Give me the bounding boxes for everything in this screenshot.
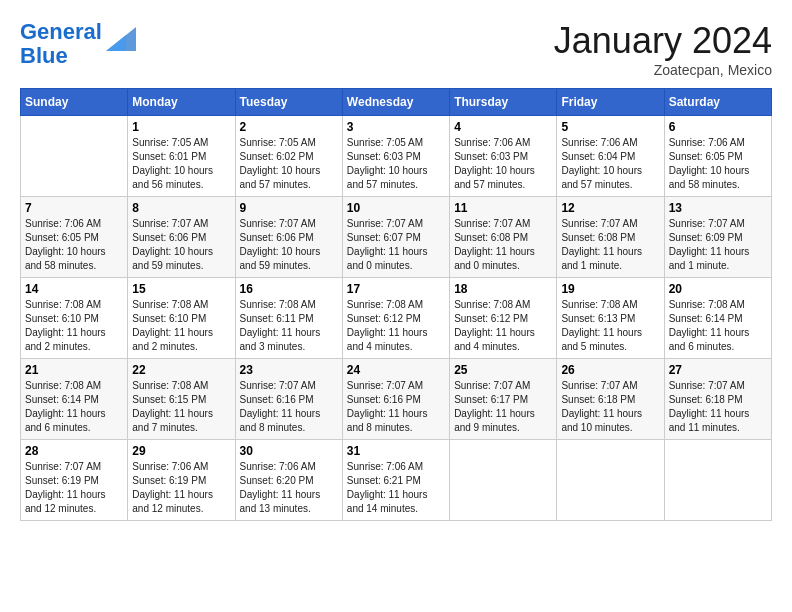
calendar-cell xyxy=(664,440,771,521)
calendar-week-1: 1 Sunrise: 7:05 AMSunset: 6:01 PMDayligh… xyxy=(21,116,772,197)
calendar-cell: 24 Sunrise: 7:07 AMSunset: 6:16 PMDaylig… xyxy=(342,359,449,440)
location-subtitle: Zoatecpan, Mexico xyxy=(554,62,772,78)
day-info: Sunrise: 7:08 AMSunset: 6:14 PMDaylight:… xyxy=(669,298,767,354)
day-number: 25 xyxy=(454,363,552,377)
day-number: 23 xyxy=(240,363,338,377)
calendar-cell xyxy=(557,440,664,521)
day-number: 27 xyxy=(669,363,767,377)
day-number: 12 xyxy=(561,201,659,215)
calendar-cell: 11 Sunrise: 7:07 AMSunset: 6:08 PMDaylig… xyxy=(450,197,557,278)
day-info: Sunrise: 7:07 AMSunset: 6:18 PMDaylight:… xyxy=(669,379,767,435)
day-number: 21 xyxy=(25,363,123,377)
day-info: Sunrise: 7:07 AMSunset: 6:09 PMDaylight:… xyxy=(669,217,767,273)
calendar-cell: 3 Sunrise: 7:05 AMSunset: 6:03 PMDayligh… xyxy=(342,116,449,197)
day-number: 29 xyxy=(132,444,230,458)
day-info: Sunrise: 7:08 AMSunset: 6:12 PMDaylight:… xyxy=(454,298,552,354)
day-info: Sunrise: 7:07 AMSunset: 6:19 PMDaylight:… xyxy=(25,460,123,516)
day-number: 9 xyxy=(240,201,338,215)
day-info: Sunrise: 7:05 AMSunset: 6:01 PMDaylight:… xyxy=(132,136,230,192)
day-info: Sunrise: 7:08 AMSunset: 6:10 PMDaylight:… xyxy=(132,298,230,354)
calendar-week-4: 21 Sunrise: 7:08 AMSunset: 6:14 PMDaylig… xyxy=(21,359,772,440)
day-number: 13 xyxy=(669,201,767,215)
calendar-cell: 7 Sunrise: 7:06 AMSunset: 6:05 PMDayligh… xyxy=(21,197,128,278)
day-info: Sunrise: 7:05 AMSunset: 6:02 PMDaylight:… xyxy=(240,136,338,192)
day-number: 8 xyxy=(132,201,230,215)
calendar-cell: 30 Sunrise: 7:06 AMSunset: 6:20 PMDaylig… xyxy=(235,440,342,521)
calendar-cell: 31 Sunrise: 7:06 AMSunset: 6:21 PMDaylig… xyxy=(342,440,449,521)
day-info: Sunrise: 7:06 AMSunset: 6:20 PMDaylight:… xyxy=(240,460,338,516)
logo-text: General Blue xyxy=(20,20,102,68)
calendar-cell: 25 Sunrise: 7:07 AMSunset: 6:17 PMDaylig… xyxy=(450,359,557,440)
logo: General Blue xyxy=(20,20,136,68)
calendar-cell xyxy=(21,116,128,197)
day-number: 3 xyxy=(347,120,445,134)
day-info: Sunrise: 7:06 AMSunset: 6:05 PMDaylight:… xyxy=(669,136,767,192)
day-number: 15 xyxy=(132,282,230,296)
day-info: Sunrise: 7:08 AMSunset: 6:13 PMDaylight:… xyxy=(561,298,659,354)
day-info: Sunrise: 7:06 AMSunset: 6:05 PMDaylight:… xyxy=(25,217,123,273)
calendar-cell: 20 Sunrise: 7:08 AMSunset: 6:14 PMDaylig… xyxy=(664,278,771,359)
calendar-cell: 9 Sunrise: 7:07 AMSunset: 6:06 PMDayligh… xyxy=(235,197,342,278)
calendar-cell: 4 Sunrise: 7:06 AMSunset: 6:03 PMDayligh… xyxy=(450,116,557,197)
day-info: Sunrise: 7:06 AMSunset: 6:03 PMDaylight:… xyxy=(454,136,552,192)
calendar-cell: 6 Sunrise: 7:06 AMSunset: 6:05 PMDayligh… xyxy=(664,116,771,197)
calendar-cell: 2 Sunrise: 7:05 AMSunset: 6:02 PMDayligh… xyxy=(235,116,342,197)
calendar-cell: 16 Sunrise: 7:08 AMSunset: 6:11 PMDaylig… xyxy=(235,278,342,359)
calendar-cell: 28 Sunrise: 7:07 AMSunset: 6:19 PMDaylig… xyxy=(21,440,128,521)
day-info: Sunrise: 7:07 AMSunset: 6:07 PMDaylight:… xyxy=(347,217,445,273)
day-number: 16 xyxy=(240,282,338,296)
day-number: 24 xyxy=(347,363,445,377)
day-number: 26 xyxy=(561,363,659,377)
day-number: 1 xyxy=(132,120,230,134)
day-number: 18 xyxy=(454,282,552,296)
day-number: 5 xyxy=(561,120,659,134)
day-info: Sunrise: 7:06 AMSunset: 6:21 PMDaylight:… xyxy=(347,460,445,516)
calendar-cell: 21 Sunrise: 7:08 AMSunset: 6:14 PMDaylig… xyxy=(21,359,128,440)
day-info: Sunrise: 7:06 AMSunset: 6:04 PMDaylight:… xyxy=(561,136,659,192)
calendar-cell: 5 Sunrise: 7:06 AMSunset: 6:04 PMDayligh… xyxy=(557,116,664,197)
calendar-cell: 14 Sunrise: 7:08 AMSunset: 6:10 PMDaylig… xyxy=(21,278,128,359)
calendar-header: SundayMondayTuesdayWednesdayThursdayFrid… xyxy=(21,89,772,116)
calendar-cell: 22 Sunrise: 7:08 AMSunset: 6:15 PMDaylig… xyxy=(128,359,235,440)
col-header-saturday: Saturday xyxy=(664,89,771,116)
day-number: 22 xyxy=(132,363,230,377)
col-header-monday: Monday xyxy=(128,89,235,116)
calendar-cell: 27 Sunrise: 7:07 AMSunset: 6:18 PMDaylig… xyxy=(664,359,771,440)
page-header: General Blue January 2024 Zoatecpan, Mex… xyxy=(20,20,772,78)
day-info: Sunrise: 7:08 AMSunset: 6:11 PMDaylight:… xyxy=(240,298,338,354)
calendar-week-2: 7 Sunrise: 7:06 AMSunset: 6:05 PMDayligh… xyxy=(21,197,772,278)
day-number: 19 xyxy=(561,282,659,296)
day-number: 10 xyxy=(347,201,445,215)
day-info: Sunrise: 7:07 AMSunset: 6:08 PMDaylight:… xyxy=(561,217,659,273)
day-number: 4 xyxy=(454,120,552,134)
calendar-cell: 12 Sunrise: 7:07 AMSunset: 6:08 PMDaylig… xyxy=(557,197,664,278)
calendar-cell: 26 Sunrise: 7:07 AMSunset: 6:18 PMDaylig… xyxy=(557,359,664,440)
calendar-cell: 15 Sunrise: 7:08 AMSunset: 6:10 PMDaylig… xyxy=(128,278,235,359)
calendar-cell: 17 Sunrise: 7:08 AMSunset: 6:12 PMDaylig… xyxy=(342,278,449,359)
day-number: 30 xyxy=(240,444,338,458)
day-info: Sunrise: 7:07 AMSunset: 6:17 PMDaylight:… xyxy=(454,379,552,435)
month-title: January 2024 xyxy=(554,20,772,62)
day-info: Sunrise: 7:07 AMSunset: 6:16 PMDaylight:… xyxy=(347,379,445,435)
day-info: Sunrise: 7:08 AMSunset: 6:14 PMDaylight:… xyxy=(25,379,123,435)
day-info: Sunrise: 7:08 AMSunset: 6:10 PMDaylight:… xyxy=(25,298,123,354)
calendar-cell: 19 Sunrise: 7:08 AMSunset: 6:13 PMDaylig… xyxy=(557,278,664,359)
calendar-cell: 1 Sunrise: 7:05 AMSunset: 6:01 PMDayligh… xyxy=(128,116,235,197)
calendar-cell: 23 Sunrise: 7:07 AMSunset: 6:16 PMDaylig… xyxy=(235,359,342,440)
col-header-thursday: Thursday xyxy=(450,89,557,116)
day-number: 11 xyxy=(454,201,552,215)
col-header-wednesday: Wednesday xyxy=(342,89,449,116)
calendar-week-5: 28 Sunrise: 7:07 AMSunset: 6:19 PMDaylig… xyxy=(21,440,772,521)
title-area: January 2024 Zoatecpan, Mexico xyxy=(554,20,772,78)
col-header-friday: Friday xyxy=(557,89,664,116)
day-info: Sunrise: 7:08 AMSunset: 6:15 PMDaylight:… xyxy=(132,379,230,435)
col-header-tuesday: Tuesday xyxy=(235,89,342,116)
logo-icon xyxy=(106,27,136,51)
calendar-cell: 18 Sunrise: 7:08 AMSunset: 6:12 PMDaylig… xyxy=(450,278,557,359)
day-number: 7 xyxy=(25,201,123,215)
calendar-cell: 13 Sunrise: 7:07 AMSunset: 6:09 PMDaylig… xyxy=(664,197,771,278)
day-number: 28 xyxy=(25,444,123,458)
calendar-week-3: 14 Sunrise: 7:08 AMSunset: 6:10 PMDaylig… xyxy=(21,278,772,359)
day-number: 31 xyxy=(347,444,445,458)
day-number: 6 xyxy=(669,120,767,134)
